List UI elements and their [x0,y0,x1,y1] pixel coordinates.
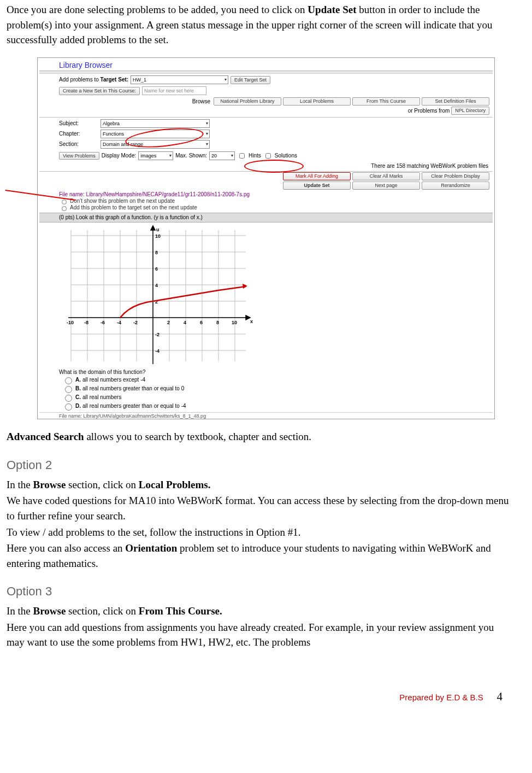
view-problems-button[interactable]: View Problems [59,152,99,160]
svg-text:6: 6 [200,320,203,325]
svg-text:6: 6 [155,266,158,272]
svg-text:8: 8 [155,250,158,255]
intro-paragraph: Once you are done selecting problems to … [7,2,512,48]
answer-c[interactable]: C.all real numbers [39,393,493,402]
svg-text:x: x [250,319,253,324]
answer-d[interactable]: D.all real numbers greater than or equal… [39,402,493,411]
dont-show-radio[interactable]: Don't show this problem on the next upda… [39,198,493,204]
page-footer: Prepared by E.D & B.S 4 [7,688,512,705]
filter-grid: Subject: Algebra Chapter: Functions Sect… [39,118,493,150]
tab-local-problems[interactable]: Local Problems [283,97,351,106]
subject-select[interactable]: Algebra [101,119,210,128]
svg-marker-42 [243,284,247,289]
svg-text:u: u [156,227,159,232]
option2-line1: In the Browse section, click on Local Pr… [7,477,512,493]
svg-text:8: 8 [216,320,219,325]
svg-text:10: 10 [155,233,161,239]
section-label: Section: [59,141,97,148]
new-set-name-input[interactable]: Name for new set here [142,86,206,95]
display-mode-select[interactable]: images [138,151,173,160]
svg-text:-4: -4 [117,320,121,325]
answer-a[interactable]: A.all real numbers except -4 [39,376,493,384]
advanced-search-line: Advanced Search allows you to search by … [7,429,512,444]
svg-marker-22 [246,315,250,320]
add-this-radio[interactable]: Add this problem to the target set on th… [39,204,493,211]
answer-b[interactable]: B.all real numbers greater than or equal… [39,384,493,393]
edit-target-set-button[interactable]: Edit Target Set [230,76,270,84]
question-text: What is the domain of this function? [39,368,493,376]
problem-header: (0 pts) Look at this graph of a function… [39,213,493,222]
option-3-heading: Option 3 [7,583,512,600]
tab-national-problem-library[interactable]: National Problem Library [214,97,281,106]
create-set-row: Create a New Set in This Course: Name fo… [39,85,493,96]
prepared-by: Prepared by E.D & B.S [399,693,483,702]
library-browser-screenshot: Library Browser Add problems to Target S… [37,57,495,420]
svg-text:4: 4 [184,320,186,325]
svg-text:-8: -8 [84,320,88,325]
option-2-heading: Option 2 [7,456,512,474]
function-graph: u x 10 8 6 4 2 -2 -4 -10 -8 -6 -4 -2 2 4… [60,225,257,367]
next-page-button[interactable]: Next page [352,181,420,190]
mark-all-button[interactable]: Mark All For Adding [283,172,351,180]
clear-marks-button[interactable]: Clear All Marks [352,172,420,180]
option2-line2: We have coded questions for MA10 into We… [7,493,512,523]
solutions-checkbox[interactable] [265,153,271,159]
svg-text:-4: -4 [155,348,159,354]
svg-text:-2: -2 [155,332,159,337]
tab-from-this-course[interactable]: From This Course [352,97,420,106]
svg-marker-21 [151,226,155,230]
annotation-circle-update-set [244,160,304,173]
npl-directory-button[interactable]: NPL Directory [451,107,489,115]
chapter-label: Chapter: [59,131,97,137]
hints-checkbox[interactable] [239,153,245,159]
svg-text:4: 4 [155,283,158,288]
next-file-line: File name: Library/UMN/algebraKaufmannSc… [39,412,493,419]
svg-text:-10: -10 [67,320,74,325]
tab-set-definition-files[interactable]: Set Definition Files [422,97,489,106]
target-set-select[interactable]: HW_1 [131,75,228,84]
option3-line2: Here you can add questions from assignme… [7,620,512,650]
svg-text:2: 2 [167,320,170,325]
max-shown-select[interactable]: 20 [209,151,235,160]
clear-display-button[interactable]: Clear Problem Display [422,172,489,180]
library-browser-title: Library Browser [39,60,493,72]
option3-line1: In the Browse section, click on From Thi… [7,604,512,619]
svg-text:10: 10 [232,320,237,325]
browse-tabs-row: Browse National Problem Library Local Pr… [39,96,493,107]
file-name-line: File name: Library/NewHampshire/NECAP/gr… [39,190,493,198]
page-number: 4 [497,690,503,703]
subject-label: Subject: [59,120,97,127]
option2-line4: Here you can also access an Orientation … [7,541,512,571]
rerandomize-button[interactable]: Rerandomize [422,181,489,190]
update-set-button[interactable]: Update Set [283,181,351,190]
create-new-set-button[interactable]: Create a New Set in This Course: [59,87,140,95]
svg-text:-2: -2 [133,320,138,325]
target-set-row: Add problems to Target Set: HW_1 Edit Ta… [39,74,493,85]
option2-line3: To view / add problems to the set, follo… [7,525,512,540]
svg-text:-6: -6 [101,320,105,325]
